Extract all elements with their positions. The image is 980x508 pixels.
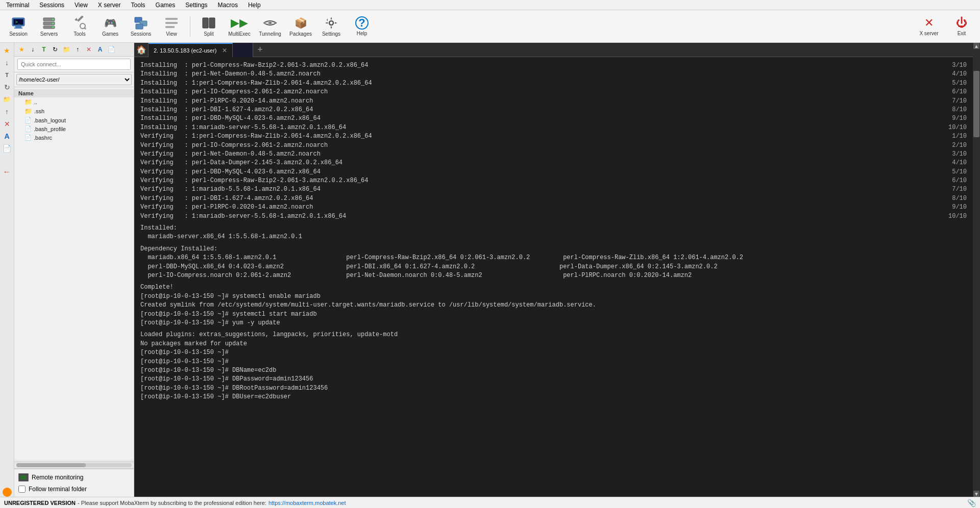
svg-point-11 xyxy=(53,27,54,28)
exit-button[interactable]: ⏻ Exit xyxy=(947,13,976,40)
sidebar-btn-2[interactable]: ↓ xyxy=(28,44,38,55)
svg-rect-21 xyxy=(203,18,208,28)
strip-delete-icon[interactable]: ✕ xyxy=(2,118,13,130)
menu-macros[interactable]: Macros xyxy=(216,1,240,9)
sidebar-btn-7[interactable]: ✕ xyxy=(84,44,94,55)
sessions-label: Sessions xyxy=(131,31,152,37)
menu-terminal[interactable]: Terminal xyxy=(4,1,31,9)
menu-help[interactable]: Help xyxy=(246,1,263,9)
strip-orange-circle[interactable] xyxy=(3,488,12,497)
sidebar-btn-6[interactable]: ↑ xyxy=(72,44,83,55)
strip-arrow-icon[interactable]: ← xyxy=(2,166,13,177)
follow-terminal-checkbox[interactable] xyxy=(18,486,26,493)
terminal-output[interactable]: Installing : perl-Compress-Raw-Bzip2-2.0… xyxy=(134,57,973,497)
quick-connect-input[interactable] xyxy=(17,59,131,70)
sidebar-btn-4[interactable]: ↻ xyxy=(50,44,60,55)
status-unregistered: UNREGISTERED VERSION xyxy=(4,500,76,506)
scroll-track[interactable] xyxy=(973,49,979,491)
svg-point-10 xyxy=(53,23,54,24)
file-icon-1: 📄 xyxy=(24,117,32,123)
strip-download-icon[interactable]: ↓ xyxy=(2,57,13,68)
menu-settings[interactable]: Settings xyxy=(183,1,209,9)
menu-bar: Terminal Sessions View X server Tools Ga… xyxy=(0,0,980,10)
tree-item-bash-profile[interactable]: 📄 .bash_profile xyxy=(14,124,134,133)
tree-item-ssh[interactable]: 📁 .ssh xyxy=(14,107,134,116)
view-button[interactable]: View xyxy=(157,13,186,40)
settings-label: Settings xyxy=(322,31,340,37)
strip-refresh-icon[interactable]: ↻ xyxy=(2,82,13,93)
tree-item-bashrc[interactable]: 📄 .bashrc xyxy=(14,133,134,142)
term-installed-pkg: mariadb-server.x86_64 1:5.5.68-1.amzn2.0… xyxy=(140,233,967,241)
sidebar-btn-3[interactable]: T xyxy=(39,44,49,55)
menu-view[interactable]: View xyxy=(72,1,90,9)
session-icon: >_ xyxy=(11,16,26,30)
status-link[interactable]: https://mobaxterm.mobatek.net xyxy=(268,500,346,506)
term-line: Verifying : perl-IO-Compress-2.061-2.amz… xyxy=(140,141,967,150)
sidebar-btn-1[interactable]: ★ xyxy=(16,44,27,55)
strip-folder-icon[interactable]: 📁 xyxy=(2,94,13,105)
tab-1[interactable]: 2. 13.50.5.183 (ec2-user) ✕ xyxy=(149,43,233,57)
xserver-button[interactable]: ✕ X server xyxy=(915,13,943,40)
svg-rect-20 xyxy=(165,26,175,28)
tools-button[interactable]: Tools xyxy=(65,13,94,40)
toolbar: >_ Session Servers Tools 🎮 Games Session… xyxy=(0,10,980,43)
strip-bookmark-icon[interactable]: ★ xyxy=(2,45,13,56)
follow-terminal-label: Follow terminal folder xyxy=(29,486,87,493)
ssh-folder-icon: 📁 xyxy=(24,108,32,115)
menu-tools[interactable]: Tools xyxy=(129,1,148,9)
term-installed-header: Installed: xyxy=(140,224,967,233)
packages-button[interactable]: 📦 Packages xyxy=(286,13,315,40)
horizontal-scrollbar[interactable] xyxy=(16,463,132,467)
strip-upload-icon[interactable]: ↑ xyxy=(2,106,13,117)
help-label: Help xyxy=(357,31,368,36)
svg-text:>_: >_ xyxy=(15,20,20,24)
strip-doc-icon[interactable]: 📄 xyxy=(2,143,13,154)
xserver-label: X server xyxy=(919,31,938,36)
term-dbuser: [root@ip-10-0-13-150 ~]# DBUser=ec2dbuse… xyxy=(140,393,967,401)
split-button[interactable]: Split xyxy=(194,13,223,40)
scroll-thumb-right[interactable] xyxy=(973,71,979,137)
multiexec-button[interactable]: ▶▶ MultiExec xyxy=(225,13,254,40)
tree-item-bash-logout[interactable]: 📄 .bash_logout xyxy=(14,116,134,124)
sessions-button[interactable]: Sessions xyxy=(127,13,155,40)
term-line: Installing : 1:mariadb-server-5.5.68-1.a… xyxy=(140,123,967,132)
session-button[interactable]: >_ Session xyxy=(4,13,33,40)
split-icon xyxy=(202,16,216,30)
tab-home-button[interactable]: 🏠 xyxy=(134,43,149,57)
settings-button[interactable]: Settings xyxy=(317,13,346,40)
term-prompt-2: [root@ip-10-0-13-150 ~]# xyxy=(140,358,967,366)
sidebar-btn-5[interactable]: 📁 xyxy=(61,44,71,55)
tab-1-close[interactable]: ✕ xyxy=(222,47,227,54)
help-button[interactable]: ? Help xyxy=(348,13,376,40)
games-button[interactable]: 🎮 Games xyxy=(96,13,125,40)
term-line: Verifying : perl-Compress-Raw-Bzip2-2.06… xyxy=(140,176,967,185)
remote-monitoring-item[interactable]: Remote monitoring xyxy=(17,471,131,484)
servers-button[interactable]: Servers xyxy=(35,13,63,40)
sidebar-btn-8[interactable]: A xyxy=(95,44,105,55)
sidebar-btn-9[interactable]: 📄 xyxy=(106,44,116,55)
scroll-thumb[interactable] xyxy=(16,463,86,467)
strip-text-icon[interactable]: T xyxy=(2,69,13,81)
term-line: Verifying : perl-DBD-MySQL-4.023-6.amzn2… xyxy=(140,168,967,176)
svg-rect-2 xyxy=(14,28,22,29)
tab-add-button[interactable]: + xyxy=(253,43,267,57)
tab-2[interactable] xyxy=(233,43,253,57)
right-scrollbar[interactable]: ▲ ▼ xyxy=(973,43,980,497)
tree-item-parent[interactable]: 📁 .. xyxy=(14,97,134,107)
menu-xserver[interactable]: X server xyxy=(96,1,123,9)
term-dep-1: mariadb.x86_64 1:5.5.68-1.amzn2.0.1 perl… xyxy=(140,253,967,262)
scroll-up-arrow[interactable]: ▲ xyxy=(973,43,979,49)
svg-rect-12 xyxy=(77,16,84,22)
menu-games[interactable]: Games xyxy=(154,1,178,9)
menu-sessions[interactable]: Sessions xyxy=(37,1,66,9)
main-content: ★ ↓ T ↻ 📁 ↑ ✕ A 📄 ← ★ ↓ T ↻ 📁 ↑ ✕ A 📄 /h… xyxy=(0,43,980,497)
path-select[interactable]: /home/ec2-user/ xyxy=(16,74,132,85)
svg-point-24 xyxy=(329,21,333,25)
tunneling-button[interactable]: Tunneling xyxy=(256,13,284,40)
term-line: Verifying : 1:mariadb-5.5.68-1.amzn2.0.1… xyxy=(140,185,967,194)
tunneling-label: Tunneling xyxy=(259,31,281,37)
strip-info-icon[interactable]: A xyxy=(2,131,13,142)
scroll-down-arrow[interactable]: ▼ xyxy=(973,491,979,497)
term-line: Verifying : perl-Net-Daemon-0.48-5.amzn2… xyxy=(140,150,967,159)
term-line: Verifying : 1:mariadb-server-5.5.68-1.am… xyxy=(140,212,967,221)
